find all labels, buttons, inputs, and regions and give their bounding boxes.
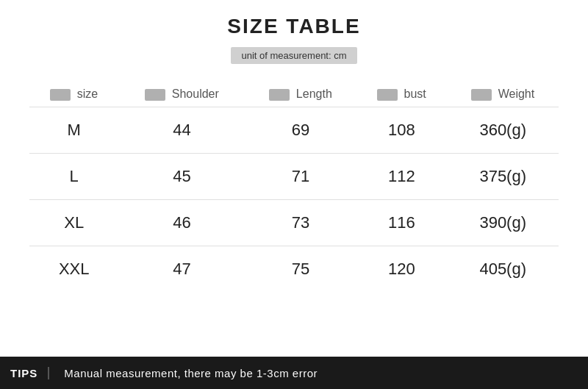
table-row: XL4673116390(g): [29, 200, 559, 246]
col-header-size: size: [29, 79, 118, 107]
weight-icon: [471, 89, 492, 101]
col-header-bust: bust: [356, 79, 447, 107]
cell-bust: 116: [356, 200, 447, 246]
cell-shoulder: 47: [118, 246, 245, 293]
table-body: M4469108360(g)L4571112375(g)XL4673116390…: [29, 107, 559, 293]
cell-size: M: [29, 107, 118, 154]
cell-shoulder: 46: [118, 200, 245, 246]
main-content: SIZE TABLE unit of measurement: cm size …: [0, 0, 588, 357]
col-header-shoulder: Shoulder: [118, 79, 245, 107]
tips-label: TIPS: [0, 367, 49, 379]
tips-text: Manual measurement, there may be 1-3cm e…: [49, 367, 332, 379]
cell-bust: 108: [356, 107, 447, 154]
table-row: XXL4775120405(g): [29, 246, 559, 293]
col-header-length: Length: [245, 79, 356, 107]
cell-weight: 405(g): [447, 246, 559, 293]
shoulder-icon: [145, 89, 165, 101]
cell-length: 73: [245, 200, 356, 246]
table-header-row: size Shoulder Length bust Weight: [29, 79, 559, 107]
cell-weight: 360(g): [447, 107, 559, 154]
table-row: M4469108360(g): [29, 107, 559, 154]
cell-size: XXL: [29, 246, 118, 293]
cell-bust: 112: [356, 154, 447, 200]
cell-size: L: [29, 154, 118, 200]
size-table: size Shoulder Length bust Weight: [29, 79, 559, 292]
cell-bust: 120: [356, 246, 447, 293]
cell-weight: 375(g): [447, 154, 559, 200]
cell-length: 69: [245, 107, 356, 154]
page-title: SIZE TABLE: [227, 15, 360, 38]
cell-shoulder: 44: [118, 107, 245, 154]
col-header-weight: Weight: [447, 79, 559, 107]
cell-length: 71: [245, 154, 356, 200]
length-icon: [269, 89, 290, 101]
size-icon: [50, 89, 71, 101]
unit-badge: unit of measurement: cm: [231, 47, 356, 64]
bust-icon: [377, 89, 398, 101]
tips-bar: TIPS Manual measurement, there may be 1-…: [0, 357, 588, 389]
table-row: L4571112375(g): [29, 154, 559, 200]
cell-shoulder: 45: [118, 154, 245, 200]
cell-weight: 390(g): [447, 200, 559, 246]
cell-length: 75: [245, 246, 356, 293]
cell-size: XL: [29, 200, 118, 246]
